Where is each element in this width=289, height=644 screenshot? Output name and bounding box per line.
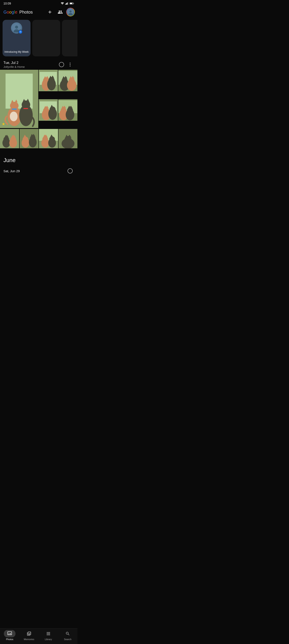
cat-photo-r2-4 <box>58 129 78 148</box>
svg-point-67 <box>3 137 9 142</box>
story-label-1: Introducing My Week <box>4 50 29 54</box>
svg-rect-83 <box>39 129 58 141</box>
cat-photo-r2-2 <box>19 129 39 148</box>
date-actions <box>58 61 74 68</box>
story-avatar-wrapper: + <box>11 22 22 34</box>
cat-photo-r2-3 <box>39 129 58 148</box>
svg-point-85 <box>42 136 48 142</box>
photo-small-1[interactable] <box>39 70 58 91</box>
circle-check-jun29-icon <box>67 168 73 174</box>
cat-photo-4 <box>58 99 77 121</box>
cat-photo-large <box>0 70 38 128</box>
photo-small-3[interactable] <box>39 99 58 121</box>
svg-point-76 <box>22 137 28 142</box>
photo-large[interactable]: ★ <box>0 70 38 128</box>
user-avatar-button[interactable] <box>66 8 75 16</box>
svg-rect-0 <box>65 4 66 4</box>
june-section: June Sat, Jun 29 <box>0 151 77 176</box>
add-button[interactable] <box>46 8 54 16</box>
photo-row2-3[interactable] <box>39 129 58 148</box>
cat-photo-2 <box>58 70 77 91</box>
svg-rect-5 <box>70 3 72 4</box>
photo-row2-1[interactable] <box>0 129 19 148</box>
circle-check-icon <box>59 62 64 67</box>
svg-rect-1 <box>66 3 67 5</box>
svg-point-43 <box>69 78 75 84</box>
stories-row: + Introducing My Week <box>0 18 77 58</box>
svg-point-71 <box>10 137 16 142</box>
svg-rect-2 <box>67 2 67 5</box>
month-label-june: June <box>0 154 77 165</box>
svg-rect-3 <box>68 2 68 4</box>
status-bar: 10:09 <box>0 0 77 6</box>
three-dots-icon <box>70 63 70 66</box>
cat-photo-3 <box>39 99 58 121</box>
date-title: Tue, Jul 2 <box>3 61 25 65</box>
star-badge: ★ <box>2 122 5 126</box>
select-date-button[interactable] <box>58 61 65 68</box>
svg-point-39 <box>62 78 68 84</box>
sat-jun-29-label: Sat, Jun 29 <box>3 169 20 173</box>
cat-photo-r2-1 <box>0 129 19 148</box>
photo-small-2[interactable] <box>58 70 77 91</box>
select-jun29-button[interactable] <box>66 167 74 175</box>
signal-icon <box>65 2 68 5</box>
date-header: Tue, Jul 2 Jollyville & Home <box>0 58 77 69</box>
wifi-icon <box>61 2 64 5</box>
cat-photo-1 <box>39 70 58 91</box>
logo-photos-text: Photos <box>18 10 33 15</box>
photo-small-4[interactable] <box>58 99 77 121</box>
svg-point-33 <box>49 77 55 83</box>
photo-grid-main: ★ <box>0 69 77 128</box>
avatar-image <box>67 9 73 15</box>
more-options-button[interactable] <box>66 61 74 68</box>
add-icon <box>47 10 52 15</box>
svg-rect-24 <box>12 109 17 110</box>
svg-point-53 <box>50 106 56 112</box>
svg-point-49 <box>43 108 49 113</box>
header-actions <box>46 8 75 16</box>
battery-icon <box>70 2 74 5</box>
svg-rect-25 <box>23 108 28 109</box>
svg-rect-6 <box>73 3 74 4</box>
sharing-button[interactable] <box>56 8 64 16</box>
story-item-3[interactable] <box>62 20 77 56</box>
date-location: Jollyville & Home <box>3 65 25 68</box>
svg-point-89 <box>49 136 55 142</box>
avatar <box>67 8 74 16</box>
sat-jun-29-header: Sat, Jun 29 <box>0 165 77 176</box>
svg-point-62 <box>67 108 73 114</box>
story-item-2[interactable] <box>32 20 60 56</box>
story-add-badge: + <box>18 30 22 34</box>
svg-point-11 <box>15 26 18 29</box>
svg-point-8 <box>69 10 72 12</box>
date-info: Tue, Jul 2 Jollyville & Home <box>3 61 25 68</box>
svg-point-16 <box>10 102 19 110</box>
google-photos-logo: Google Photos <box>3 10 33 15</box>
photo-grid-row2 <box>0 128 77 151</box>
photo-row2-4[interactable] <box>58 129 78 148</box>
status-icons <box>61 2 74 5</box>
bottom-spacer <box>0 176 77 194</box>
photo-row2-2[interactable] <box>19 129 39 148</box>
svg-point-19 <box>10 112 18 121</box>
story-avatar: + <box>11 22 22 34</box>
status-time: 10:09 <box>3 2 11 5</box>
story-item-1[interactable]: + Introducing My Week <box>2 20 30 56</box>
people-icon <box>58 10 63 15</box>
top-header: Google Photos <box>0 6 77 18</box>
